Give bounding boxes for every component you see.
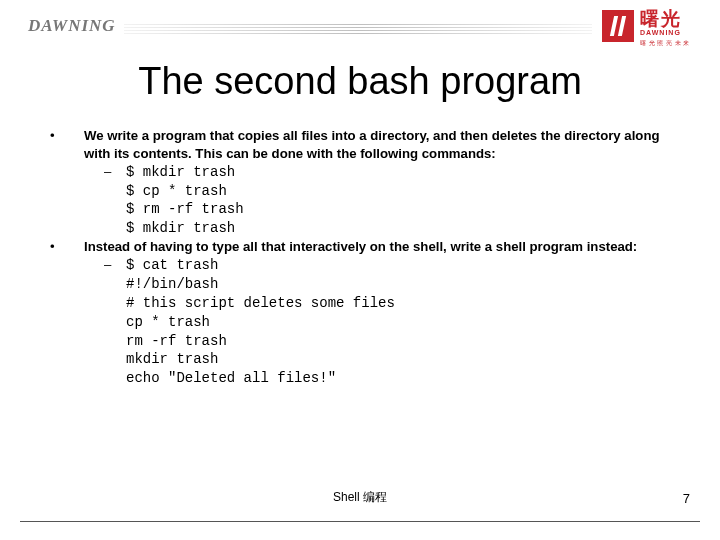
logo-icon xyxy=(602,10,634,42)
slide-content: • We write a program that copies all fil… xyxy=(0,127,720,388)
slide-title: The second bash program xyxy=(0,60,720,103)
bullet-marker: • xyxy=(44,238,84,256)
code-line: – $ mkdir trash xyxy=(44,163,676,182)
code-line: # this script deletes some files xyxy=(44,294,676,313)
footer-rule xyxy=(20,521,700,522)
brand-tagline: 曙 光 照 亮 未 来 xyxy=(640,39,690,48)
code-line: mkdir trash xyxy=(44,350,676,369)
page-number: 7 xyxy=(683,491,690,506)
code-line: rm -rf trash xyxy=(44,332,676,351)
header-rule-lines xyxy=(124,24,592,34)
code-line: cp * trash xyxy=(44,313,676,332)
slide-header: DAWNING 曙光 DAWNING 曙 光 照 亮 未 来 xyxy=(0,0,720,50)
bullet-text: We write a program that copies all files… xyxy=(84,127,676,163)
brand-en-text: DAWNING xyxy=(640,29,681,36)
dash-marker: – xyxy=(104,256,126,275)
code-text: $ mkdir trash xyxy=(126,163,235,182)
brand-left-text: DAWNING xyxy=(28,16,116,36)
code-line: $ rm -rf trash xyxy=(44,200,676,219)
code-line: $ cp * trash xyxy=(44,182,676,201)
code-line: $ mkdir trash xyxy=(44,219,676,238)
code-text: $ cat trash xyxy=(126,256,218,275)
footer-center-text: Shell 编程 xyxy=(0,489,720,506)
code-line: – $ cat trash xyxy=(44,256,676,275)
dash-marker: – xyxy=(104,163,126,182)
bullet-text: Instead of having to type all that inter… xyxy=(84,238,676,256)
brand-right-logo: 曙光 DAWNING 曙 光 照 亮 未 来 xyxy=(602,6,702,46)
bullet-marker: • xyxy=(44,127,84,163)
bullet-item: • We write a program that copies all fil… xyxy=(44,127,676,163)
bullet-item: • Instead of having to type all that int… xyxy=(44,238,676,256)
code-line: #!/bin/bash xyxy=(44,275,676,294)
code-line: echo "Deleted all files!" xyxy=(44,369,676,388)
